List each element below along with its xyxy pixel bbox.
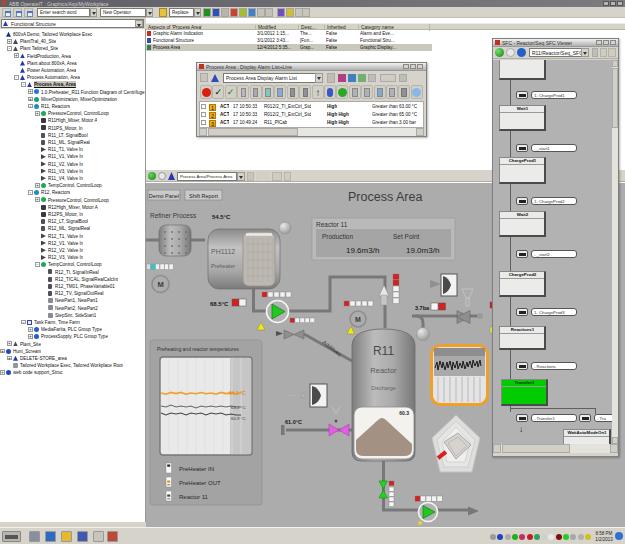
svg-text:19.0m3/h: 19.0m3/h	[406, 246, 439, 255]
svg-text:3.7ba: 3.7ba	[415, 305, 430, 311]
svg-text:Production: Production	[322, 233, 353, 240]
svg-text:M: M	[157, 280, 163, 289]
svg-text:PreHeater IN: PreHeater IN	[179, 466, 214, 472]
svg-text:Shift Report: Shift Report	[189, 193, 219, 199]
svg-text:PreHeater OUT: PreHeater OUT	[179, 480, 221, 486]
svg-text:Additives: Additives	[321, 339, 342, 358]
svg-text:60.9 °C: 60.9 °C	[231, 416, 246, 421]
svg-text:61.0°C: 61.0°C	[285, 419, 302, 425]
svg-text:Reactor: Reactor	[370, 366, 397, 375]
svg-text:PH1112: PH1112	[211, 248, 235, 255]
svg-text:Reactor 11: Reactor 11	[179, 494, 209, 500]
svg-text:19.6m3/h: 19.6m3/h	[346, 246, 379, 255]
svg-text:Preheater: Preheater	[211, 263, 235, 269]
svg-text:64.1 °C: 64.1 °C	[229, 390, 246, 396]
svg-text:Discharge: Discharge	[371, 385, 396, 391]
svg-text:Reactor 11: Reactor 11	[316, 221, 348, 228]
svg-text:Set Point: Set Point	[393, 233, 420, 240]
svg-text:Process Area: Process Area	[348, 190, 422, 204]
svg-text:68.5°C: 68.5°C	[210, 301, 229, 307]
svg-text:Refiner Process: Refiner Process	[150, 212, 197, 219]
svg-text:M: M	[355, 316, 361, 323]
svg-text:Demo Panel: Demo Panel	[149, 193, 179, 199]
svg-text:63.2 °C: 63.2 °C	[231, 405, 246, 410]
svg-text:60.3: 60.3	[399, 410, 409, 416]
svg-text:Preheating and reactor tempera: Preheating and reactor temperatures	[157, 346, 239, 352]
svg-text:54.5°C: 54.5°C	[212, 214, 231, 220]
svg-text:R11: R11	[373, 344, 394, 358]
